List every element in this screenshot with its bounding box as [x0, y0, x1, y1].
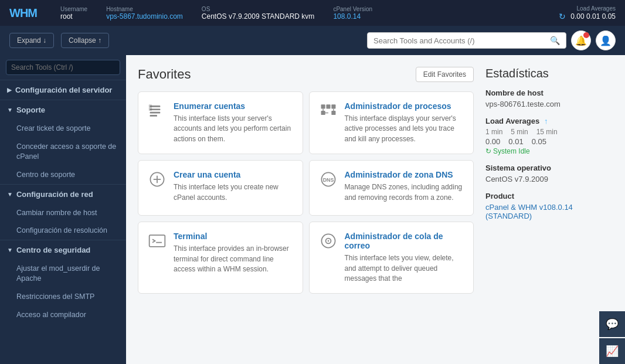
load-avg-15min-val: 0.05: [532, 137, 546, 146]
top-bar: WHM Username root Hostname vps-5867.tudo…: [0, 0, 625, 26]
sidebar-section-config-red: ▼ Configuración de red Cambiar nombre de…: [0, 184, 126, 240]
sidebar-section-seguridad-header[interactable]: ▼ Centro de seguridad: [0, 240, 126, 260]
chevron-down-icon-3: ▼: [7, 247, 13, 253]
collapse-button[interactable]: Collapse ↑: [61, 33, 109, 48]
chat-button[interactable]: 💬: [599, 311, 625, 337]
load-avg-cols-row: 1 min 5 min 15 min: [485, 128, 616, 136]
card-terminal-desc: This interface provides an in-browser te…: [174, 244, 293, 274]
hostname-value: vps-5867.tudominio.com: [106, 12, 183, 21]
stats-os-label: Sistema operativo: [485, 164, 616, 172]
card-terminal[interactable]: Terminal This interface provides an in-b…: [138, 222, 303, 294]
dns-icon: DNS: [318, 169, 339, 190]
svg-rect-19: [150, 235, 165, 247]
svg-rect-6: [321, 104, 325, 108]
sidebar-item-crear-ticket[interactable]: Crear ticket de soporte: [0, 120, 126, 138]
logo: WHM: [9, 6, 37, 20]
card-admin-procesos-desc: This interface displays your server's ac…: [345, 114, 464, 144]
cpanel-group: cPanel Version 108.0.14: [333, 6, 372, 21]
svg-point-23: [327, 240, 329, 242]
search-icon[interactable]: 🔍: [550, 36, 560, 45]
sidebar-section-config-server-header[interactable]: ▶ Configuración del servidor: [0, 80, 126, 100]
sidebar-item-compilador[interactable]: Acceso al compilador: [0, 306, 126, 324]
sidebar-section-config-server-label: Configuración del servidor: [15, 86, 112, 94]
chart-button[interactable]: 📈: [599, 338, 625, 364]
stats-product-section: Product cPanel & WHM v108.0.14 (STANDARD…: [485, 192, 616, 220]
hostname-group: Hostname vps-5867.tudominio.com: [106, 6, 183, 21]
svg-rect-3: [150, 115, 157, 117]
card-crear-cuenta-desc: This interface lets you create new cPane…: [174, 182, 293, 203]
cpanel-value: 108.0.14: [333, 12, 372, 21]
sidebar-section-config-red-label: Configuración de red: [16, 190, 93, 199]
stats-hostname-section: Nombre de host vps-806761.teste.com: [485, 89, 616, 108]
card-terminal-title: Terminal: [174, 232, 293, 241]
edit-favorites-button[interactable]: Edit Favorites: [416, 67, 474, 82]
stats-load-avg-section: Load Averages ↑ 1 min 5 min 15 min 0.00 …: [485, 117, 616, 155]
system-idle-label: System Idle: [493, 147, 530, 155]
username-label: Username: [60, 6, 87, 12]
stats-load-avg-label: Load Averages ↑: [485, 117, 616, 125]
load-avg-label: Load Averages: [576, 5, 616, 12]
card-admin-procesos[interactable]: Administrador de procesos This interface…: [309, 91, 474, 154]
chevron-right-icon: ▶: [7, 87, 12, 93]
card-crear-cuenta-title: Crear una cuenta: [174, 170, 293, 179]
card-enumerar-cuentas[interactable]: Enumerar cuentas This interface lists yo…: [138, 91, 303, 154]
favorites-header: Favorites Edit Favorites: [138, 67, 474, 82]
refresh-icon[interactable]: ↻: [559, 12, 566, 21]
terminal-icon: [147, 230, 168, 251]
stats-hostname-label: Nombre de host: [485, 89, 616, 97]
expand-button[interactable]: Expand ↓: [9, 33, 54, 48]
card-mail-queue-desc: This interface lets you view, delete, an…: [345, 253, 464, 284]
os-value: CentOS v7.9.2009 STANDARD kvm: [202, 12, 315, 21]
stats-load-avg-text: Load Averages: [485, 117, 539, 125]
mail-queue-icon: [318, 230, 339, 251]
sidebar-section-config-server: ▶ Configuración del servidor: [0, 80, 126, 100]
sidebar-section-seguridad-label: Centro de seguridad: [16, 246, 90, 254]
search-input[interactable]: [373, 36, 548, 45]
sidebar-item-config-resolucion[interactable]: Configuración de resolución: [0, 222, 126, 240]
card-dns-desc: Manage DNS zones, including adding and r…: [345, 182, 464, 203]
chevron-down-icon-2: ▼: [7, 191, 13, 198]
sidebar-section-config-red-header[interactable]: ▼ Configuración de red: [0, 185, 126, 204]
cpanel-label: cPanel Version: [333, 6, 372, 12]
cards-grid: Enumerar cuentas This interface lists yo…: [138, 91, 474, 294]
card-dns-title: Administrador de zona DNS: [345, 170, 464, 179]
svg-text:DNS: DNS: [322, 178, 334, 183]
stats-hostname-value: vps-806761.teste.com: [485, 100, 616, 108]
sidebar-section-soporte: ▼ Soporte Crear ticket de soporte Conced…: [0, 100, 126, 184]
card-mail-queue-title: Administrador de cola de correo: [345, 232, 464, 250]
os-label: OS: [202, 6, 315, 12]
sidebar-item-mod-userdir[interactable]: Ajustar el mod_userdir de Apache: [0, 260, 126, 288]
floating-buttons: 💬 📈: [599, 311, 625, 364]
sidebar-item-centro-soporte[interactable]: Centro de soporte: [0, 166, 126, 184]
card-admin-procesos-title: Administrador de procesos: [345, 101, 464, 111]
add-circle-icon: [147, 169, 168, 190]
svg-rect-5: [149, 108, 152, 111]
sidebar-section-soporte-label: Soporte: [16, 106, 45, 114]
stats-os-value: CentOS v7.9.2009: [485, 175, 616, 183]
load-avg-5min-val: 0.01: [508, 137, 523, 146]
card-enumerar-cuentas-title: Enumerar cuentas: [174, 101, 293, 111]
card-mail-queue[interactable]: Administrador de cola de correo This int…: [309, 222, 474, 294]
load-avg-values: ↻ 0.00 0.01 0.05: [559, 12, 616, 21]
second-bar: Expand ↓ Collapse ↑ 🔍 🔔 👤: [0, 26, 625, 55]
notification-bell-button[interactable]: 🔔: [571, 30, 591, 50]
svg-rect-8: [331, 104, 335, 108]
sidebar-search-container: [0, 55, 126, 80]
svg-rect-7: [326, 104, 330, 108]
os-group: OS CentOS v7.9.2009 STANDARD kvm: [202, 6, 315, 21]
sidebar-item-smtp[interactable]: Restricciones del SMTP: [0, 288, 126, 306]
main-layout: ▶ Configuración del servidor ▼ Soporte C…: [0, 55, 625, 364]
system-idle: ↻ System Idle: [485, 147, 616, 155]
sidebar-item-conceder-acceso[interactable]: Conceder acceso a soporte de cPanel: [0, 138, 126, 166]
card-enumerar-cuentas-desc: This interface lists your server's accou…: [174, 114, 293, 144]
card-crear-cuenta[interactable]: Crear una cuenta This interface lets you…: [138, 160, 303, 216]
process-icon: [318, 100, 339, 121]
sidebar-section-soporte-header[interactable]: ▼ Soporte: [0, 100, 126, 120]
sidebar-search-input[interactable]: [6, 60, 120, 75]
stats-title: Estadísticas: [485, 67, 616, 80]
card-dns[interactable]: DNS Administrador de zona DNS Manage DNS…: [309, 160, 474, 216]
sidebar-item-cambiar-nombre[interactable]: Cambiar nombre de host: [0, 204, 126, 222]
load-avg-col-1min: 1 min: [485, 128, 502, 136]
content-area: Favorites Edit Favorites: [126, 55, 625, 364]
user-avatar-button[interactable]: 👤: [596, 30, 616, 50]
